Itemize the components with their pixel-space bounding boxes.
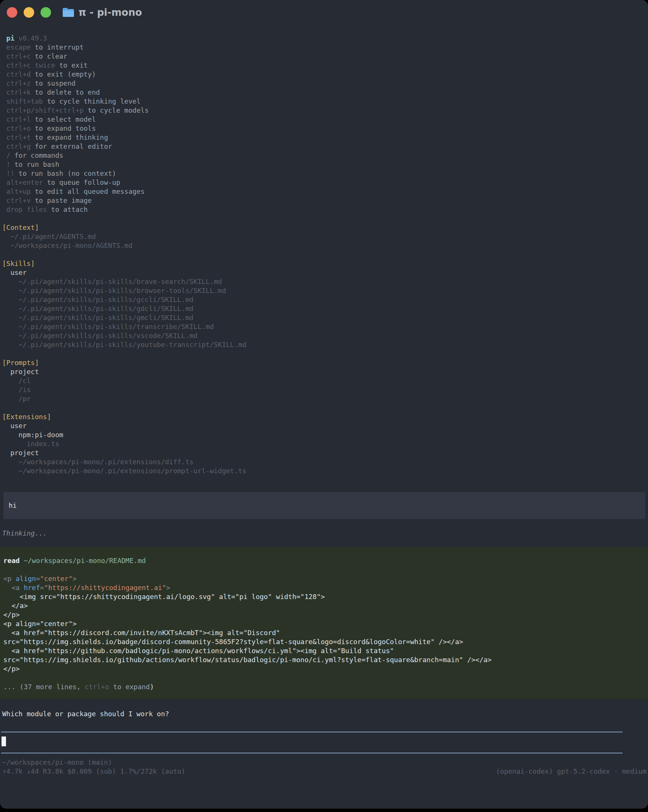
terminal-line: ctrl+d to exit (empty)	[2, 70, 648, 79]
model-status: (openai-codex) gpt-5.2-codex · medium	[496, 767, 646, 776]
terminal-line: project	[2, 449, 648, 458]
terminal-line: </p>	[3, 610, 646, 619]
terminal-line: user	[2, 421, 648, 430]
terminal-line: pi v0.49.3	[2, 34, 648, 43]
terminal-line: ctrl+z to suspend	[2, 79, 648, 88]
terminal-line: <a href="https://github.com/badlogic/pi-…	[3, 646, 646, 655]
terminal-line: /pr	[2, 394, 648, 403]
terminal-line: [Prompts]	[2, 358, 648, 367]
terminal-line: ctrl+g for external editor	[2, 142, 648, 151]
terminal-line: ~/.pi/agent/skills/pi-skills/vscode/SKIL…	[2, 331, 648, 340]
terminal-line: drop files to attach	[2, 205, 648, 214]
terminal-line: ~/.pi/agent/skills/pi-skills/gdcli/SKILL…	[2, 304, 648, 313]
prompts-section: [Prompts] project /cl /is /pr	[2, 358, 648, 403]
terminal-line: npm:pi-doom	[2, 430, 648, 440]
zoom-window-button[interactable]	[41, 7, 51, 18]
terminal-line: ctrl+p/shift+ctrl+p to cycle models	[2, 106, 648, 115]
terminal-line	[3, 565, 646, 574]
terminal-line: !! to run bash (no context)	[2, 169, 648, 178]
terminal-line: ctrl+l to select model	[2, 115, 648, 124]
terminal-line: shift+tab to cycle thinking level	[2, 97, 648, 106]
terminal-line: ~/.pi/agent/skills/pi-skills/transcribe/…	[2, 322, 648, 331]
terminal-line: </a>	[3, 601, 646, 610]
workdir-status: ~/workspaces/pi-mono (main)	[2, 758, 646, 767]
read-tool-block: read ~/workspaces/pi-mono/README.md<p al…	[0, 547, 648, 699]
terminal-line: /is	[2, 385, 648, 394]
terminal-line: ctrl+c twice to exit	[2, 61, 648, 70]
skills-section: [Skills] user ~/.pi/agent/skills/pi-skil…	[2, 259, 648, 349]
text-cursor	[2, 737, 6, 746]
terminal-line: <p align="center">	[3, 619, 646, 628]
thinking-indicator: Thinking...	[2, 529, 648, 538]
terminal-line: ctrl+o to expand tools	[2, 124, 648, 133]
terminal-line: ctrl+c to clear	[2, 52, 648, 61]
terminal-line: user	[2, 268, 648, 277]
terminal-line: [Context]	[2, 223, 648, 232]
terminal-line: escape to interrupt	[2, 43, 648, 52]
terminal-line: ! to run bash	[2, 160, 648, 169]
terminal-line: [Skills]	[2, 259, 648, 268]
terminal-line: read ~/workspaces/pi-mono/README.md	[3, 556, 646, 565]
terminal-line: / for commands	[2, 151, 648, 160]
shortcut-help-list: escape to interrupt ctrl+c to clear ctrl…	[2, 43, 648, 214]
terminal-line: ~/workspaces/pi-mono/AGENTS.md	[2, 241, 648, 250]
terminal-line: ~/workspaces/pi-mono/.pi/extensions/diff…	[2, 458, 648, 467]
token-usage-status: ↑4.7k ↓44 R3.8k $0.009 (sub) 1.7%/272k (…	[2, 767, 186, 776]
terminal-line: ~/.pi/agent/skills/pi-skills/youtube-tra…	[2, 340, 648, 349]
terminal-line: /cl	[2, 376, 648, 385]
terminal-line: index.ts	[2, 440, 648, 449]
terminal-line: ctrl+t to expand thinking	[2, 133, 648, 142]
terminal-line: ~/.pi/agent/skills/pi-skills/browser-too…	[2, 286, 648, 295]
terminal-window: π - pi-mono pi v0.49.3 escape to interru…	[0, 0, 648, 809]
terminal-line: ~/.pi/agent/AGENTS.md	[2, 232, 648, 241]
assistant-question: Which module or package should I work on…	[2, 710, 648, 719]
terminal-line: ~/.pi/agent/skills/pi-skills/gccli/SKILL…	[2, 295, 648, 304]
user-message-text: hi	[9, 501, 640, 510]
terminal-line: [Extensions]	[2, 412, 648, 421]
terminal-line: ~/.pi/agent/skills/pi-skills/gmcli/SKILL…	[2, 313, 648, 322]
window-title: π - pi-mono	[78, 7, 142, 18]
app-version-line: pi v0.49.3	[2, 34, 648, 43]
title-bar: π - pi-mono	[0, 0, 648, 25]
terminal-line: </p>	[3, 664, 646, 673]
minimize-window-button[interactable]	[24, 7, 34, 18]
terminal-line: <p align="center">	[3, 574, 646, 583]
status-bar: ~/workspaces/pi-mono (main) ↑4.7k ↓44 R3…	[2, 758, 648, 776]
context-section: [Context] ~/.pi/agent/AGENTS.md ~/worksp…	[2, 223, 648, 250]
user-message-panel: hi	[3, 492, 645, 519]
prompt-input[interactable]	[1, 732, 622, 753]
terminal-line: ~/.pi/agent/skills/pi-skills/brave-searc…	[2, 277, 648, 286]
terminal-line: alt+up to edit all queued messages	[2, 187, 648, 196]
extensions-section: [Extensions] user npm:pi-doom index.ts p…	[2, 412, 648, 475]
terminal-line: ~/workspaces/pi-mono/.pi/extensions/prom…	[2, 467, 648, 475]
terminal-line: alt+enter to queue follow-up	[2, 178, 648, 187]
folder-icon	[63, 8, 74, 17]
terminal-line: src="https://img.shields.io/badge/discor…	[3, 637, 646, 646]
terminal-content: pi v0.49.3 escape to interrupt ctrl+c to…	[0, 25, 648, 776]
terminal-line: project	[2, 367, 648, 376]
terminal-line: <img src="https://shittycodingagent.ai/l…	[3, 592, 646, 601]
read-tool-output: read ~/workspaces/pi-mono/README.md<p al…	[3, 556, 646, 691]
terminal-line: src="https://img.shields.io/github/actio…	[3, 655, 646, 664]
terminal-line: ... (37 more lines, ctrl+o to expand)	[3, 682, 646, 691]
terminal-line: <a href="https://shittycodingagent.ai">	[3, 583, 646, 592]
terminal-line	[3, 673, 646, 682]
terminal-line: ctrl+k to delete to end	[2, 88, 648, 97]
close-window-button[interactable]	[7, 7, 17, 18]
terminal-line: <a href="https://discord.com/invite/nKXT…	[3, 628, 646, 637]
terminal-line: ctrl+v to paste image	[2, 196, 648, 205]
